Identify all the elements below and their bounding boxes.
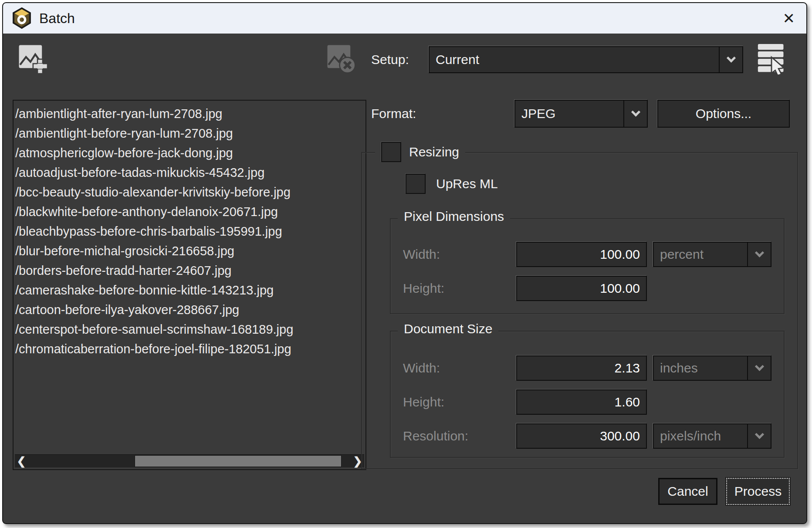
scroll-left-icon[interactable]: ❮ (15, 455, 28, 467)
options-button[interactable]: Options... (657, 100, 790, 128)
cancel-button[interactable]: Cancel (658, 478, 717, 505)
upres-ml-label: UpRes ML (436, 174, 498, 194)
pixel-dimensions-label: Pixel Dimensions (404, 209, 504, 224)
ds-resolution-unit-value: pixels/inch (654, 424, 747, 448)
ds-width-input[interactable] (516, 355, 647, 381)
ds-width-unit-value: inches (654, 356, 747, 380)
titlebar: Batch ✕ (3, 3, 806, 34)
window-title: Batch (39, 10, 783, 27)
list-item[interactable]: /ambientlight-after-ryan-lum-2708.jpg (15, 104, 365, 124)
list-item[interactable]: /autoadjust-before-tadas-mikuckis-45432.… (15, 163, 365, 183)
chevron-down-icon (719, 47, 742, 72)
document-size-label: Document Size (404, 322, 492, 336)
process-button[interactable]: Process (726, 478, 790, 505)
list-item[interactable]: /cartoon-before-ilya-yakover-288667.jpg (15, 300, 365, 320)
pd-height-input[interactable] (516, 276, 647, 301)
document-size-group: Document Size Width: inches Height: Reso… (390, 331, 785, 458)
file-list[interactable]: /ambientlight-after-ryan-lum-2708.jpg/am… (13, 100, 366, 470)
format-label: Format: (371, 100, 416, 128)
format-dropdown[interactable]: JPEG (514, 100, 648, 128)
ds-height-label: Height: (403, 389, 444, 415)
batch-dialog-window: Batch ✕ Setup: Current (2, 2, 807, 524)
pixel-dimensions-legend: Pixel Dimensions (398, 209, 510, 224)
upres-ml-checkbox[interactable] (406, 174, 426, 194)
dialog-body: Setup: Current /ambientlight-after-ryan-… (3, 34, 806, 524)
ds-resolution-unit-dropdown[interactable]: pixels/inch (653, 423, 771, 449)
pd-width-input[interactable] (516, 242, 647, 267)
list-item[interactable]: /borders-before-tradd-harter-24607.jpg (15, 261, 365, 281)
list-item[interactable]: /bcc-beauty-studio-alexander-krivitskiy-… (15, 183, 365, 202)
resizing-legend: Resizing (375, 142, 465, 162)
pd-width-unit-value: percent (654, 243, 747, 266)
resizing-label: Resizing (409, 145, 459, 159)
chevron-down-icon (623, 101, 647, 127)
list-item[interactable]: /centerspot-before-samuel-scrimshaw-1681… (15, 320, 365, 339)
chevron-down-icon (747, 424, 771, 448)
list-item[interactable]: /atmosphericglow-before-jack-dong.jpg (15, 143, 365, 163)
document-size-legend: Document Size (398, 322, 498, 336)
ds-resolution-input[interactable] (516, 423, 647, 449)
chevron-down-icon (747, 356, 771, 380)
resizing-checkbox[interactable] (381, 142, 401, 162)
ds-height-input[interactable] (516, 389, 647, 415)
list-item[interactable]: /blackwhite-before-anthony-delanoix-2067… (15, 202, 365, 222)
add-images-icon[interactable] (18, 44, 47, 74)
list-item[interactable]: /ambientlight-before-ryan-lum-2708.jpg (15, 124, 365, 143)
pd-height-label: Height: (403, 276, 444, 301)
horizontal-scrollbar[interactable]: ❮ ❯ (15, 454, 364, 467)
ds-width-unit-dropdown[interactable]: inches (653, 355, 771, 381)
file-list-rows: /ambientlight-after-ryan-lum-2708.jpg/am… (14, 101, 365, 359)
setup-dropdown-value: Current (430, 47, 719, 72)
resizing-group: Resizing UpRes ML Pixel Dimensions Width… (361, 152, 798, 469)
list-item[interactable]: /camerashake-before-bonnie-kittle-143213… (15, 281, 365, 300)
pixel-dimensions-group: Pixel Dimensions Width: percent Height: (390, 218, 785, 314)
format-dropdown-value: JPEG (515, 101, 623, 127)
remove-image-icon (326, 44, 356, 74)
close-icon[interactable]: ✕ (783, 11, 795, 26)
pd-width-unit-dropdown[interactable]: percent (653, 242, 771, 267)
setup-dropdown[interactable]: Current (429, 46, 743, 73)
on1-app-logo-icon (12, 7, 32, 29)
list-item[interactable]: /blur-before-michal-grosicki-216658.jpg (15, 241, 365, 261)
batch-stack-icon[interactable] (757, 43, 787, 74)
list-item[interactable]: /bleachbypass-before-chris-barbalis-1959… (15, 222, 365, 241)
chevron-down-icon (747, 243, 771, 266)
scrollbar-thumb[interactable] (135, 455, 342, 467)
list-item[interactable]: /chromaticaberration-before-joel-filipe-… (15, 339, 365, 359)
ds-resolution-label: Resolution: (403, 423, 468, 449)
scrollbar-track[interactable] (28, 455, 351, 467)
pd-width-label: Width: (403, 242, 440, 267)
ds-width-label: Width: (403, 355, 440, 381)
setup-label: Setup: (371, 46, 409, 73)
